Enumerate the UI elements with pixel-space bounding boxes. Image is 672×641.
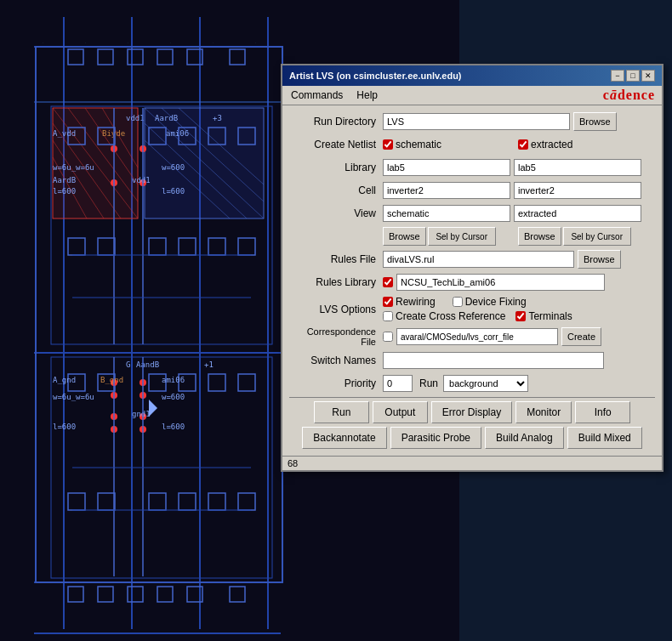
view-extracted-input[interactable] (514, 205, 641, 222)
rules-library-row: Rules Library (289, 273, 655, 292)
title-bar-buttons: − □ ✕ (611, 70, 655, 82)
rules-file-row: Rules File Browse (289, 250, 655, 269)
correspondence-content: Create (383, 327, 655, 346)
maximize-button[interactable]: □ (626, 70, 640, 82)
switch-names-input[interactable] (383, 352, 604, 369)
svg-rect-1 (43, 43, 43, 43)
svg-text:w=6u_w=6u: w=6u_w=6u (53, 393, 94, 401)
schematic-checkbox[interactable] (383, 139, 393, 150)
rules-library-checkbox[interactable] (383, 277, 393, 287)
svg-text:+1: +1 (204, 360, 214, 369)
svg-text:A_gnd: A_gnd (53, 376, 76, 384)
library-label: Library (289, 162, 383, 173)
correspondence-label: Correspondence File (289, 326, 383, 347)
error-display-button[interactable]: Error Display (431, 401, 512, 423)
device-fixing-label: Device Fixing (465, 296, 527, 308)
svg-text:A_vdd: A_vdd (53, 129, 76, 138)
menu-help[interactable]: Help (351, 88, 383, 103)
close-button[interactable]: ✕ (641, 70, 655, 82)
cell-schematic-input[interactable] (383, 182, 510, 199)
library-row: Library (289, 158, 655, 177)
rules-file-input[interactable] (383, 251, 574, 268)
run-label: Run (419, 377, 438, 389)
extracted-checkbox[interactable] (518, 139, 528, 150)
cell-row: Cell (289, 181, 655, 200)
device-fixing-option: Device Fixing (453, 296, 527, 308)
svg-text:AandB: AandB (136, 360, 159, 369)
svg-text:AardB: AardB (53, 176, 76, 184)
library-extracted-input[interactable] (514, 159, 641, 176)
browse1-button[interactable]: Browse (383, 227, 426, 246)
rules-file-content: Browse (383, 250, 655, 269)
menu-bar: Commands Help cādence (282, 86, 662, 105)
svg-text:vdd1: vdd1 (126, 114, 145, 122)
svg-text:w=600: w=600 (162, 393, 185, 401)
cross-ref-label: Create Cross Reference (396, 310, 505, 322)
sel-cursor2-button[interactable]: Sel by Cursor (563, 227, 631, 246)
browse-sel-row: Browse Sel by Cursor Browse Sel by Curso… (289, 227, 655, 246)
priority-content: Run background foreground (383, 375, 655, 392)
switch-names-content (383, 352, 655, 369)
cell-label: Cell (289, 184, 383, 196)
monitor-button[interactable]: Monitor (515, 401, 572, 423)
lvs-options-row: LVS Options Rewiring Device Fixing C (289, 296, 655, 322)
svg-rect-6 (255, 43, 256, 43)
terminals-checkbox[interactable] (515, 311, 526, 321)
switch-names-row: Switch Names (289, 351, 655, 370)
svg-text:w=600: w=600 (162, 163, 185, 172)
extracted-label: extracted (531, 139, 572, 150)
rules-library-input[interactable] (396, 274, 605, 291)
rules-file-label: Rules File (289, 253, 383, 265)
svg-text:w=6u_w=6u: w=6u_w=6u (53, 163, 94, 172)
correspondence-row: Correspondence File Create (289, 326, 655, 347)
sel-cursor1-button[interactable]: Sel by Cursor (428, 227, 496, 246)
rules-browse-button[interactable]: Browse (578, 250, 621, 269)
svg-rect-4 (170, 43, 171, 43)
cell-extracted-input[interactable] (514, 182, 641, 199)
minimize-button[interactable]: − (611, 70, 624, 82)
device-fixing-checkbox[interactable] (453, 297, 463, 307)
browse2-button[interactable]: Browse (518, 227, 561, 246)
priority-input[interactable] (383, 375, 413, 392)
svg-rect-2 (85, 43, 86, 43)
build-mixed-button[interactable]: Build Mixed (567, 427, 642, 449)
svg-text:B_gnd: B_gnd (100, 376, 123, 384)
build-analog-button[interactable]: Build Analog (485, 427, 564, 449)
run-directory-label: Run Directory (289, 116, 383, 128)
parasitic-probe-button[interactable]: Parasitic Probe (390, 427, 481, 449)
run-directory-row: Run Directory Browse (289, 112, 655, 131)
svg-text:l=600: l=600 (162, 187, 185, 196)
view-schematic-input[interactable] (383, 205, 510, 222)
svg-text:l=600: l=600 (53, 423, 76, 431)
run-button[interactable]: Run (314, 401, 369, 423)
background-select[interactable]: background foreground (443, 375, 528, 392)
backannotate-button[interactable]: Backannotate (302, 427, 386, 449)
info-button[interactable]: Info (575, 401, 630, 423)
cell-content (383, 182, 655, 199)
svg-text:l=600: l=600 (53, 187, 76, 196)
svg-text:+3: +3 (213, 114, 222, 122)
output-button[interactable]: Output (373, 401, 428, 423)
library-schematic-input[interactable] (383, 159, 510, 176)
browse-sel-content: Browse Sel by Cursor Browse Sel by Curso… (383, 227, 655, 246)
svg-rect-5 (213, 43, 214, 43)
priority-row: Priority Run background foreground (289, 374, 655, 393)
correspondence-input[interactable] (396, 328, 558, 345)
priority-label: Priority (289, 377, 383, 389)
title-bar-text: Artist LVS (on csimcluster.ee.unlv.edu) (289, 71, 462, 81)
svg-text:vdd1: vdd1 (132, 176, 151, 184)
run-directory-browse-button[interactable]: Browse (573, 112, 617, 131)
cross-ref-checkbox[interactable] (383, 311, 393, 321)
action-buttons-row2: Backannotate Parasitic Probe Build Analo… (289, 427, 655, 449)
rules-library-content (383, 274, 655, 291)
svg-text:ami06: ami06 (162, 376, 185, 384)
run-directory-input[interactable] (383, 113, 570, 130)
correspondence-checkbox[interactable] (383, 332, 393, 342)
create-button[interactable]: Create (561, 327, 601, 346)
dialog-content: Run Directory Browse Create Netlist sche… (282, 105, 662, 456)
rewiring-checkbox[interactable] (383, 297, 393, 307)
menu-commands[interactable]: Commands (286, 88, 348, 103)
rewiring-option: Rewiring (383, 296, 436, 308)
lvs-options-content: Rewiring Device Fixing Create Cross Refe… (383, 296, 655, 322)
title-bar: Artist LVS (on csimcluster.ee.unlv.edu) … (282, 65, 662, 86)
